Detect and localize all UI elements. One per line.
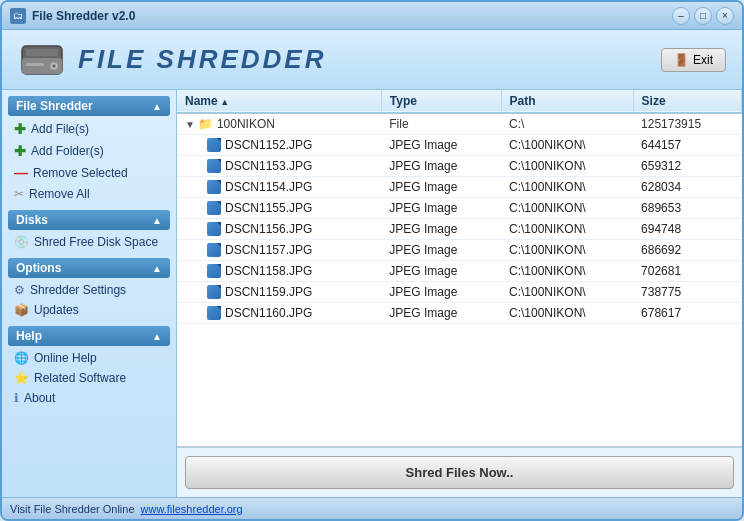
file-path-cell: C:\100NIKON\ [501, 177, 633, 198]
shred-button-area: Shred Files Now.. [177, 447, 742, 497]
table-row[interactable]: DSCN1158.JPGJPEG ImageC:\100NIKON\702681 [177, 261, 742, 282]
file-name-cell: DSCN1158.JPG [177, 261, 381, 282]
sidebar-section-options: Options ▲ ⚙ Shredder Settings 📦 Updates [8, 258, 170, 320]
sidebar-item-about[interactable]: ℹ About [8, 388, 170, 408]
file-size-cell: 702681 [633, 261, 741, 282]
section-header-help[interactable]: Help ▲ [8, 326, 170, 346]
jpeg-file-icon [207, 180, 221, 194]
file-type-cell: JPEG Image [381, 240, 501, 261]
sidebar-section-disks: Disks ▲ 💿 Shred Free Disk Space [8, 210, 170, 252]
file-name-text: DSCN1156.JPG [225, 222, 312, 236]
file-size-cell: 678617 [633, 303, 741, 324]
expand-icon[interactable]: ▼ [185, 119, 195, 130]
file-path-cell: C:\100NIKON\ [501, 219, 633, 240]
close-button[interactable]: × [716, 7, 734, 25]
table-row[interactable]: DSCN1154.JPGJPEG ImageC:\100NIKON\628034 [177, 177, 742, 198]
file-path-cell: C:\100NIKON\ [501, 156, 633, 177]
sidebar-item-add-file[interactable]: ✚ Add File(s) [8, 118, 170, 140]
col-header-path[interactable]: Path [501, 90, 633, 113]
file-path-cell: C:\100NIKON\ [501, 240, 633, 261]
app-window: 🗂 File Shredder v2.0 – □ × FILE SHREDDER… [0, 0, 744, 521]
col-header-size[interactable]: Size [633, 90, 741, 113]
table-row[interactable]: DSCN1159.JPGJPEG ImageC:\100NIKON\738775 [177, 282, 742, 303]
file-size-cell: 125173915 [633, 113, 741, 135]
file-name-text: DSCN1155.JPG [225, 201, 312, 215]
chevron-icon: ▲ [152, 215, 162, 226]
table-row[interactable]: DSCN1156.JPGJPEG ImageC:\100NIKON\694748 [177, 219, 742, 240]
sidebar-section-help: Help ▲ 🌐 Online Help ⭐ Related Software … [8, 326, 170, 408]
maximize-button[interactable]: □ [694, 7, 712, 25]
col-header-name[interactable]: Name [177, 90, 381, 113]
sidebar-section-file-shredder: File Shredder ▲ ✚ Add File(s) ✚ Add Fold… [8, 96, 170, 204]
status-bar: Visit File Shredder Online www.fileshred… [2, 497, 742, 519]
status-text: Visit File Shredder Online [10, 503, 135, 515]
sidebar-item-remove-all[interactable]: ✂ Remove All [8, 184, 170, 204]
sidebar: File Shredder ▲ ✚ Add File(s) ✚ Add Fold… [2, 90, 177, 497]
col-header-type[interactable]: Type [381, 90, 501, 113]
file-size-cell: 628034 [633, 177, 741, 198]
sidebar-item-remove-selected[interactable]: — Remove Selected [8, 162, 170, 184]
section-header-file-shredder[interactable]: File Shredder ▲ [8, 96, 170, 116]
table-row[interactable]: ▼📁100NIKONFileC:\125173915 [177, 113, 742, 135]
exit-icon: 🚪 [674, 53, 689, 67]
file-name-text: DSCN1153.JPG [225, 159, 312, 173]
section-header-options[interactable]: Options ▲ [8, 258, 170, 278]
table-row[interactable]: DSCN1160.JPGJPEG ImageC:\100NIKON\678617 [177, 303, 742, 324]
disk-icon: 💿 [14, 235, 29, 249]
sidebar-item-settings[interactable]: ⚙ Shredder Settings [8, 280, 170, 300]
file-name-text: DSCN1159.JPG [225, 285, 312, 299]
main-content: File Shredder ▲ ✚ Add File(s) ✚ Add Fold… [2, 90, 742, 497]
settings-icon: ⚙ [14, 283, 25, 297]
file-name-cell: DSCN1157.JPG [177, 240, 381, 261]
file-type-cell: JPEG Image [381, 219, 501, 240]
jpeg-file-icon [207, 138, 221, 152]
file-size-cell: 659312 [633, 156, 741, 177]
sidebar-item-related-software[interactable]: ⭐ Related Software [8, 368, 170, 388]
exit-button[interactable]: 🚪 Exit [661, 48, 726, 72]
file-type-cell: JPEG Image [381, 135, 501, 156]
shred-files-button[interactable]: Shred Files Now.. [185, 456, 734, 489]
file-type-cell: JPEG Image [381, 261, 501, 282]
table-row[interactable]: DSCN1152.JPGJPEG ImageC:\100NIKON\644157 [177, 135, 742, 156]
status-link[interactable]: www.fileshredder.org [141, 503, 243, 515]
file-list-area: Name Type Path Size ▼📁100NIKONFileC:\125… [177, 90, 742, 497]
jpeg-file-icon [207, 222, 221, 236]
svg-rect-4 [26, 63, 44, 66]
window-controls: – □ × [672, 7, 734, 25]
title-bar: 🗂 File Shredder v2.0 – □ × [2, 2, 742, 30]
jpeg-file-icon [207, 264, 221, 278]
chevron-icon: ▲ [152, 101, 162, 112]
file-type-cell: JPEG Image [381, 198, 501, 219]
file-name-text: 100NIKON [217, 117, 275, 131]
file-size-cell: 694748 [633, 219, 741, 240]
exit-label: Exit [693, 53, 713, 67]
table-row[interactable]: DSCN1153.JPGJPEG ImageC:\100NIKON\659312 [177, 156, 742, 177]
sidebar-item-add-folder[interactable]: ✚ Add Folder(s) [8, 140, 170, 162]
file-type-cell: JPEG Image [381, 303, 501, 324]
folder-icon: 📁 [198, 117, 213, 131]
chevron-icon: ▲ [152, 263, 162, 274]
sidebar-item-updates[interactable]: 📦 Updates [8, 300, 170, 320]
table-row[interactable]: DSCN1155.JPGJPEG ImageC:\100NIKON\689653 [177, 198, 742, 219]
table-row[interactable]: DSCN1157.JPGJPEG ImageC:\100NIKON\686692 [177, 240, 742, 261]
file-name-text: DSCN1160.JPG [225, 306, 312, 320]
add-icon: ✚ [14, 121, 26, 137]
globe-icon: 🌐 [14, 351, 29, 365]
chevron-icon: ▲ [152, 331, 162, 342]
file-path-cell: C:\ [501, 113, 633, 135]
file-table: Name Type Path Size ▼📁100NIKONFileC:\125… [177, 90, 742, 324]
file-path-cell: C:\100NIKON\ [501, 198, 633, 219]
sidebar-item-shred-disk[interactable]: 💿 Shred Free Disk Space [8, 232, 170, 252]
file-name-cell: DSCN1159.JPG [177, 282, 381, 303]
jpeg-file-icon [207, 243, 221, 257]
sidebar-item-online-help[interactable]: 🌐 Online Help [8, 348, 170, 368]
file-name-text: DSCN1158.JPG [225, 264, 312, 278]
minimize-button[interactable]: – [672, 7, 690, 25]
file-name-cell: DSCN1156.JPG [177, 219, 381, 240]
file-name-cell: DSCN1152.JPG [177, 135, 381, 156]
file-table-container[interactable]: Name Type Path Size ▼📁100NIKONFileC:\125… [177, 90, 742, 447]
section-header-disks[interactable]: Disks ▲ [8, 210, 170, 230]
app-header: FILE SHREDDER 🚪 Exit [2, 30, 742, 90]
add-folder-icon: ✚ [14, 143, 26, 159]
star-icon: ⭐ [14, 371, 29, 385]
